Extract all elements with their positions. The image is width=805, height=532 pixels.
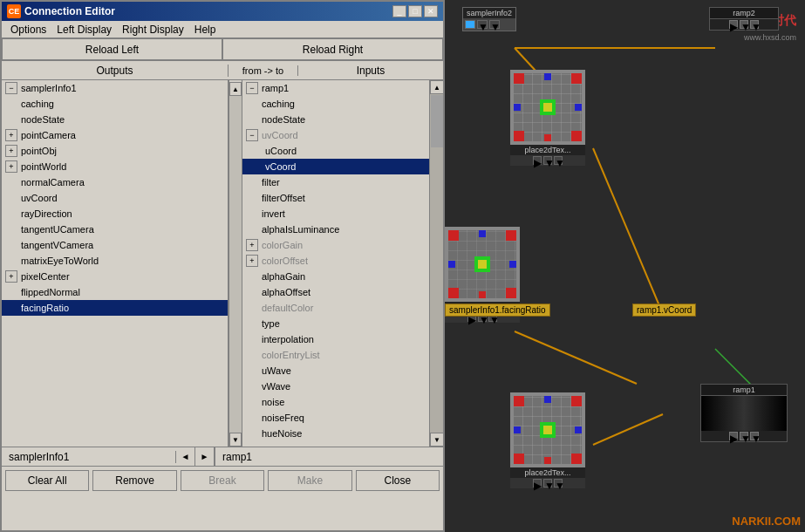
list-item[interactable]: uWave (242, 363, 443, 379)
list-item[interactable]: matrixEyeToWorld (2, 253, 228, 269)
list-item[interactable]: caching (2, 96, 228, 112)
item-label: normalCamera (21, 177, 85, 188)
list-item[interactable]: + colorGain (242, 237, 443, 253)
ramp2-node[interactable]: ramp2 ▶ ▼ ▼ (709, 7, 779, 31)
list-item[interactable]: alphaIsLuminance (242, 222, 443, 237)
list-item[interactable]: + pointCamera (2, 127, 228, 143)
item-label: ramp1 (262, 83, 289, 93)
list-item[interactable]: + pixelCenter (2, 269, 228, 284)
item-label: samplerInfo1 (21, 83, 77, 93)
scroll-thumb[interactable] (431, 95, 443, 147)
list-item-selected[interactable]: facingRatio (2, 300, 228, 316)
plus-icon[interactable]: + (5, 160, 17, 173)
node-ctrl-btn[interactable]: ▼ (489, 20, 500, 29)
menu-options[interactable]: Options (5, 22, 51, 38)
next-button[interactable]: ► (195, 447, 215, 466)
list-item[interactable]: tangentUCamera (2, 222, 228, 237)
list-item[interactable]: tangentVCamera (2, 237, 228, 253)
item-label: filter (262, 177, 280, 188)
node-play-btn[interactable]: ▶ (729, 20, 738, 29)
list-item[interactable]: type (242, 316, 443, 331)
right-scrollbar[interactable]: ▲ ▼ (429, 80, 443, 447)
scroll-up-button[interactable]: ▲ (430, 80, 443, 94)
list-item[interactable]: vWave (242, 379, 443, 394)
minus-icon[interactable]: − (5, 82, 17, 94)
list-item[interactable]: + pointWorld (2, 159, 228, 174)
list-item[interactable]: − samplerInfo1 (2, 80, 228, 96)
node-play-btn[interactable] (465, 20, 475, 29)
list-item[interactable]: nodeState (242, 112, 443, 127)
list-item[interactable]: uCoord (242, 143, 443, 159)
node-ctrl[interactable]: ▶ (533, 156, 542, 165)
list-item[interactable]: defaultColor (242, 300, 443, 316)
remove-button[interactable]: Remove (92, 470, 176, 491)
list-item[interactable]: alphaGain (242, 269, 443, 284)
list-item[interactable]: + pointObj (2, 143, 228, 159)
minimize-button[interactable]: _ (392, 5, 406, 17)
list-item[interactable]: normalCamera (2, 174, 228, 190)
item-label: alphaOffset (262, 287, 310, 297)
list-item[interactable]: alphaOffset (242, 284, 443, 300)
ramp1-node[interactable]: ramp1 ▶ ▼ ▼ (700, 384, 788, 442)
menu-right-display[interactable]: Right Display (117, 22, 189, 38)
main-lists: − samplerInfo1 caching nodeState + point… (2, 80, 443, 447)
close-button[interactable]: Close (356, 470, 440, 491)
node-ctrl[interactable]: ▼ (554, 479, 563, 488)
list-item[interactable]: uvCoord (2, 190, 228, 206)
list-item[interactable]: colorEntryList (242, 347, 443, 363)
list-item[interactable]: nodeState (2, 112, 228, 127)
place2dtex1-node[interactable]: place2dTex... ▶ ▼ ▼ (510, 70, 585, 166)
plus-icon[interactable]: + (246, 239, 258, 251)
status-bar: samplerInfo1 ◄ ► ramp1 (2, 447, 443, 466)
center-inner (543, 103, 552, 112)
node-ctrl[interactable]: ▼ (543, 156, 552, 165)
list-item[interactable]: invert (242, 206, 443, 222)
node-ctrl-btn[interactable]: ▼ (477, 20, 488, 29)
scroll-down-button[interactable]: ▼ (430, 433, 443, 447)
maximize-button[interactable]: □ (408, 5, 422, 17)
node-ctrl-btn[interactable]: ▼ (740, 20, 748, 29)
list-item[interactable]: caching (242, 96, 443, 112)
list-item[interactable]: filter (242, 174, 443, 190)
node-ctrl[interactable]: ▼ (543, 479, 552, 488)
place2dtex2-node[interactable]: place2dTex... ▶ ▼ ▼ (510, 392, 585, 488)
minus-icon[interactable]: − (246, 82, 258, 94)
reload-left-button[interactable]: Reload Left (2, 38, 222, 60)
left-list[interactable]: − samplerInfo1 caching nodeState + point… (2, 80, 229, 447)
node-ctrl[interactable]: ▼ (554, 156, 563, 165)
plus-icon[interactable]: + (5, 145, 17, 157)
make-button[interactable]: Make (268, 470, 351, 491)
plus-icon[interactable]: + (246, 255, 258, 267)
list-item[interactable]: flippedNormal (2, 284, 228, 300)
plus-icon[interactable]: + (5, 129, 17, 141)
list-item-selected[interactable]: vCoord (242, 159, 443, 174)
list-item[interactable]: − uvCoord (242, 127, 443, 143)
list-item[interactable]: rayDirection (2, 206, 228, 222)
close-window-button[interactable]: ✕ (424, 5, 438, 17)
break-button[interactable]: Break (181, 470, 264, 491)
menu-left-display[interactable]: Left Display (51, 22, 117, 38)
minus-icon[interactable]: − (246, 129, 258, 141)
list-item[interactable]: hueNoise (242, 426, 443, 441)
right-list[interactable]: − ramp1 caching nodeState − uvCoord uCoo… (242, 80, 443, 447)
node-ctrl[interactable]: ▶ (729, 432, 738, 440)
node-ctrl-btn[interactable]: ▼ (750, 20, 759, 29)
tooltip-sampleinfo-facingratio: samplerInfo1.facingRatio (445, 304, 550, 317)
list-item[interactable]: − ramp1 (242, 80, 443, 96)
list-item[interactable]: filterOffset (242, 190, 443, 206)
node-ctrl[interactable]: ▶ (533, 479, 542, 488)
samplerinfo2-node[interactable]: samplerInfo2 ▼ ▼ (462, 7, 516, 31)
list-item[interactable]: + colorOffset (242, 253, 443, 269)
node-ctrl[interactable]: ▼ (740, 432, 748, 440)
item-label: noiseFreq (262, 413, 304, 423)
node-ctrl[interactable]: ▼ (750, 432, 759, 440)
list-item[interactable]: noise (242, 394, 443, 410)
reload-right-button[interactable]: Reload Right (222, 38, 443, 60)
list-item[interactable]: noiseFreq (242, 410, 443, 426)
clear-all-button[interactable]: Clear All (5, 470, 89, 491)
plus-icon[interactable]: + (5, 270, 17, 283)
list-item[interactable]: interpolation (242, 331, 443, 347)
prev-button[interactable]: ◄ (176, 447, 195, 466)
menu-help[interactable]: Help (189, 22, 222, 38)
scroll-track[interactable] (430, 94, 443, 433)
